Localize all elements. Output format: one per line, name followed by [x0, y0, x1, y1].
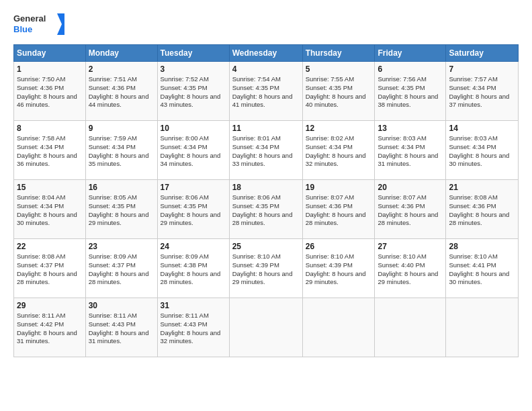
- calendar-day-header: Sunday: [14, 45, 86, 62]
- day-number: 7: [449, 64, 515, 74]
- calendar-day-cell: 6 Sunrise: 7:56 AM Sunset: 4:35 PM Dayli…: [375, 62, 446, 121]
- calendar-day-cell: 4 Sunrise: 7:54 AM Sunset: 4:35 PM Dayli…: [229, 62, 302, 121]
- day-number: 8: [17, 124, 83, 133]
- page: General Blue SundayMondayTuesdayWednesda…: [0, 0, 532, 411]
- calendar-day-cell: 7 Sunrise: 7:57 AM Sunset: 4:34 PM Dayli…: [446, 62, 519, 121]
- day-number: 20: [378, 183, 443, 192]
- day-detail: Sunrise: 7:54 AM Sunset: 4:35 PM Dayligh…: [232, 75, 300, 109]
- day-number: 18: [232, 183, 300, 192]
- calendar-day-cell: 5 Sunrise: 7:55 AM Sunset: 4:35 PM Dayli…: [302, 62, 375, 121]
- header: General Blue: [13, 11, 519, 38]
- calendar-day-cell: 21 Sunrise: 8:08 AM Sunset: 4:36 PM Dayl…: [446, 180, 519, 239]
- day-number: 15: [17, 183, 83, 192]
- calendar-table: SundayMondayTuesdayWednesdayThursdayFrid…: [13, 44, 519, 357]
- day-detail: Sunrise: 8:00 AM Sunset: 4:34 PM Dayligh…: [161, 134, 226, 169]
- day-number: 16: [89, 183, 154, 192]
- calendar-day-cell: 17 Sunrise: 8:06 AM Sunset: 4:35 PM Dayl…: [157, 180, 229, 239]
- day-detail: Sunrise: 8:02 AM Sunset: 4:34 PM Dayligh…: [306, 134, 372, 169]
- day-number: 27: [378, 242, 443, 251]
- calendar-day-cell: 18 Sunrise: 8:06 AM Sunset: 4:35 PM Dayl…: [229, 180, 302, 239]
- day-detail: Sunrise: 8:04 AM Sunset: 4:34 PM Dayligh…: [17, 193, 83, 228]
- day-detail: Sunrise: 7:56 AM Sunset: 4:35 PM Dayligh…: [378, 75, 443, 109]
- calendar-day-cell: 22 Sunrise: 8:08 AM Sunset: 4:37 PM Dayl…: [14, 239, 86, 298]
- calendar-day-cell: 28 Sunrise: 8:10 AM Sunset: 4:41 PM Dayl…: [446, 239, 519, 298]
- day-number: 19: [306, 183, 372, 192]
- day-detail: Sunrise: 7:51 AM Sunset: 4:36 PM Dayligh…: [89, 75, 154, 109]
- day-detail: Sunrise: 8:05 AM Sunset: 4:35 PM Dayligh…: [89, 193, 154, 228]
- day-number: 1: [17, 64, 83, 74]
- calendar-day-cell: 30 Sunrise: 8:11 AM Sunset: 4:43 PM Dayl…: [85, 298, 157, 357]
- calendar-day-cell: 12 Sunrise: 8:02 AM Sunset: 4:34 PM Dayl…: [302, 121, 375, 180]
- svg-text:General: General: [13, 13, 46, 24]
- calendar-day-cell: 13 Sunrise: 8:03 AM Sunset: 4:34 PM Dayl…: [375, 121, 446, 180]
- day-detail: Sunrise: 8:10 AM Sunset: 4:41 PM Dayligh…: [449, 253, 515, 287]
- calendar-day-cell: 1 Sunrise: 7:50 AM Sunset: 4:36 PM Dayli…: [14, 62, 86, 121]
- day-number: 9: [89, 124, 154, 133]
- day-number: 22: [17, 242, 83, 251]
- calendar-day-cell: 20 Sunrise: 8:07 AM Sunset: 4:36 PM Dayl…: [375, 180, 446, 239]
- calendar-week-row: 1 Sunrise: 7:50 AM Sunset: 4:36 PM Dayli…: [14, 62, 519, 121]
- calendar-day-cell: 27 Sunrise: 8:10 AM Sunset: 4:40 PM Dayl…: [375, 239, 446, 298]
- calendar-day-cell: 25 Sunrise: 8:10 AM Sunset: 4:39 PM Dayl…: [229, 239, 302, 298]
- calendar-day-cell: 2 Sunrise: 7:51 AM Sunset: 4:36 PM Dayli…: [85, 62, 157, 121]
- calendar-week-row: 8 Sunrise: 7:58 AM Sunset: 4:34 PM Dayli…: [14, 121, 519, 180]
- day-number: 2: [89, 64, 154, 74]
- calendar-header-row: SundayMondayTuesdayWednesdayThursdayFrid…: [14, 45, 519, 62]
- day-detail: Sunrise: 8:07 AM Sunset: 4:36 PM Dayligh…: [378, 193, 443, 228]
- calendar-week-row: 29 Sunrise: 8:11 AM Sunset: 4:42 PM Dayl…: [14, 298, 519, 357]
- day-number: 5: [306, 64, 372, 74]
- svg-text:Blue: Blue: [13, 24, 32, 34]
- calendar-day-cell: 10 Sunrise: 8:00 AM Sunset: 4:34 PM Dayl…: [157, 121, 229, 180]
- calendar-day-cell: 14 Sunrise: 8:03 AM Sunset: 4:34 PM Dayl…: [446, 121, 519, 180]
- day-detail: Sunrise: 8:11 AM Sunset: 4:43 PM Dayligh…: [89, 312, 154, 346]
- day-detail: Sunrise: 8:10 AM Sunset: 4:40 PM Dayligh…: [378, 253, 443, 287]
- day-detail: Sunrise: 7:57 AM Sunset: 4:34 PM Dayligh…: [449, 75, 515, 109]
- calendar-day-cell: [375, 298, 446, 357]
- svg-marker-2: [57, 13, 64, 35]
- day-number: 4: [232, 64, 300, 74]
- day-detail: Sunrise: 8:07 AM Sunset: 4:36 PM Dayligh…: [306, 193, 372, 228]
- day-detail: Sunrise: 8:08 AM Sunset: 4:37 PM Dayligh…: [17, 253, 83, 287]
- day-number: 10: [161, 124, 226, 133]
- day-number: 23: [89, 242, 154, 251]
- day-detail: Sunrise: 7:52 AM Sunset: 4:35 PM Dayligh…: [161, 75, 226, 109]
- day-detail: Sunrise: 7:50 AM Sunset: 4:36 PM Dayligh…: [17, 75, 83, 109]
- calendar-day-header: Saturday: [446, 45, 519, 62]
- calendar-day-cell: 23 Sunrise: 8:09 AM Sunset: 4:37 PM Dayl…: [85, 239, 157, 298]
- day-detail: Sunrise: 8:10 AM Sunset: 4:39 PM Dayligh…: [306, 253, 372, 287]
- calendar-day-cell: 11 Sunrise: 8:01 AM Sunset: 4:34 PM Dayl…: [229, 121, 302, 180]
- calendar-week-row: 22 Sunrise: 8:08 AM Sunset: 4:37 PM Dayl…: [14, 239, 519, 298]
- day-detail: Sunrise: 7:58 AM Sunset: 4:34 PM Dayligh…: [17, 134, 83, 169]
- day-number: 13: [378, 124, 443, 133]
- calendar-day-cell: 16 Sunrise: 8:05 AM Sunset: 4:35 PM Dayl…: [85, 180, 157, 239]
- calendar-day-cell: 15 Sunrise: 8:04 AM Sunset: 4:34 PM Dayl…: [14, 180, 86, 239]
- calendar-day-cell: 3 Sunrise: 7:52 AM Sunset: 4:35 PM Dayli…: [157, 62, 229, 121]
- day-number: 24: [161, 242, 226, 251]
- calendar-day-header: Monday: [85, 45, 157, 62]
- calendar-week-row: 15 Sunrise: 8:04 AM Sunset: 4:34 PM Dayl…: [14, 180, 519, 239]
- day-detail: Sunrise: 8:09 AM Sunset: 4:38 PM Dayligh…: [161, 253, 226, 287]
- calendar-day-cell: 24 Sunrise: 8:09 AM Sunset: 4:38 PM Dayl…: [157, 239, 229, 298]
- day-detail: Sunrise: 7:59 AM Sunset: 4:34 PM Dayligh…: [89, 134, 154, 169]
- calendar-day-cell: [229, 298, 302, 357]
- day-detail: Sunrise: 8:08 AM Sunset: 4:36 PM Dayligh…: [449, 193, 515, 228]
- day-detail: Sunrise: 8:03 AM Sunset: 4:34 PM Dayligh…: [449, 134, 515, 169]
- calendar-day-cell: 31 Sunrise: 8:11 AM Sunset: 4:43 PM Dayl…: [157, 298, 229, 357]
- day-number: 31: [161, 301, 226, 310]
- calendar-day-header: Thursday: [302, 45, 375, 62]
- calendar-day-cell: [446, 298, 519, 357]
- day-detail: Sunrise: 8:03 AM Sunset: 4:34 PM Dayligh…: [378, 134, 443, 169]
- day-detail: Sunrise: 8:11 AM Sunset: 4:43 PM Dayligh…: [161, 312, 226, 346]
- day-detail: Sunrise: 8:06 AM Sunset: 4:35 PM Dayligh…: [161, 193, 226, 228]
- day-detail: Sunrise: 8:11 AM Sunset: 4:42 PM Dayligh…: [17, 312, 83, 346]
- day-number: 11: [232, 124, 300, 133]
- generalblue-logo: General Blue: [13, 11, 67, 38]
- day-detail: Sunrise: 8:09 AM Sunset: 4:37 PM Dayligh…: [89, 253, 154, 287]
- day-number: 25: [232, 242, 300, 251]
- day-detail: Sunrise: 8:06 AM Sunset: 4:35 PM Dayligh…: [232, 193, 300, 228]
- calendar-day-cell: 26 Sunrise: 8:10 AM Sunset: 4:39 PM Dayl…: [302, 239, 375, 298]
- day-number: 17: [161, 183, 226, 192]
- day-detail: Sunrise: 8:01 AM Sunset: 4:34 PM Dayligh…: [232, 134, 300, 169]
- day-detail: Sunrise: 7:55 AM Sunset: 4:35 PM Dayligh…: [306, 75, 372, 109]
- calendar-day-cell: 29 Sunrise: 8:11 AM Sunset: 4:42 PM Dayl…: [14, 298, 86, 357]
